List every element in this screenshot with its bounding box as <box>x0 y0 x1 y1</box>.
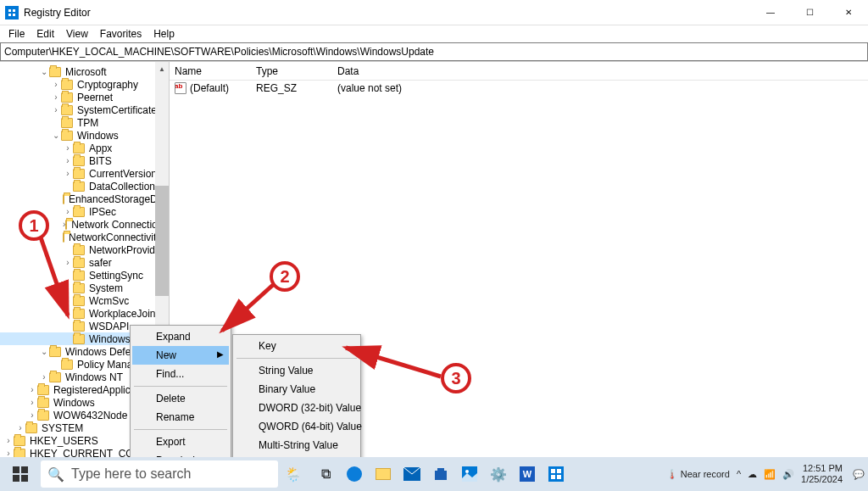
folder-icon <box>49 372 61 382</box>
tree-item-safer[interactable]: ›safer <box>0 256 169 269</box>
ctx-rename[interactable]: Rename <box>132 408 229 427</box>
expand-toggle-icon[interactable]: › <box>27 385 37 394</box>
mail-icon[interactable] <box>400 462 424 486</box>
volume-icon[interactable]: 🔊 <box>782 469 794 480</box>
folder-icon <box>37 385 49 395</box>
scroll-thumb[interactable] <box>155 186 169 296</box>
ctx-delete[interactable]: Delete <box>132 389 229 408</box>
tree-item-workplacejoin[interactable]: WorkplaceJoin <box>0 307 169 320</box>
address-bar[interactable]: Computer\HKEY_LOCAL_MACHINE\SOFTWARE\Pol… <box>0 42 868 61</box>
tray-chevron-icon[interactable]: ^ <box>737 469 741 479</box>
col-name[interactable]: Name <box>170 65 251 77</box>
photos-icon[interactable] <box>458 462 481 486</box>
svg-rect-8 <box>13 466 19 473</box>
expand-toggle-icon[interactable]: › <box>51 80 61 89</box>
expand-toggle-icon[interactable]: ⌄ <box>39 67 49 76</box>
menu-help[interactable]: Help <box>148 26 180 42</box>
svg-rect-0 <box>7 8 17 18</box>
clock[interactable]: 12:51 PM 1/25/2024 <box>801 463 843 485</box>
expand-toggle-icon[interactable]: › <box>27 410 37 420</box>
svg-rect-21 <box>551 469 555 473</box>
ctx-separator <box>236 358 357 359</box>
expand-toggle-icon[interactable]: › <box>63 258 73 267</box>
folder-icon <box>73 283 85 293</box>
edge-icon[interactable] <box>342 462 366 486</box>
tree-item-label: SystemCertificates <box>75 104 164 116</box>
tree-item-windows[interactable]: ⌄Windows <box>0 129 169 142</box>
expand-toggle-icon[interactable]: ⌄ <box>39 347 49 356</box>
expand-toggle-icon[interactable]: › <box>63 296 73 305</box>
ctx-find[interactable]: Find... <box>132 365 229 383</box>
folder-icon <box>49 67 61 77</box>
expand-toggle-icon[interactable]: › <box>63 156 73 165</box>
task-view-icon[interactable]: ⧉ <box>314 462 337 486</box>
expand-toggle-icon[interactable]: › <box>63 143 73 153</box>
word-icon[interactable]: W <box>515 462 539 486</box>
ctx-new-key[interactable]: Key <box>235 337 359 355</box>
tree-item-networkprovider[interactable]: NetworkProvider <box>0 243 169 256</box>
ctx-new[interactable]: New▶ <box>132 346 229 365</box>
expand-toggle-icon[interactable]: › <box>51 92 61 102</box>
folder-icon <box>61 360 73 370</box>
expand-toggle-icon[interactable]: › <box>63 169 73 178</box>
minimize-button[interactable]: — <box>751 0 790 25</box>
scroll-up-button[interactable]: ▲ <box>155 62 169 75</box>
expand-toggle-icon[interactable]: ⌄ <box>51 131 61 140</box>
value-data: (value not set) <box>332 82 502 94</box>
col-type[interactable]: Type <box>251 65 332 77</box>
menu-edit[interactable]: Edit <box>31 26 59 42</box>
settings-icon[interactable]: ⚙️ <box>487 462 510 486</box>
close-button[interactable]: ✕ <box>829 0 868 25</box>
tree-item-cryptography[interactable]: ›Cryptography <box>0 78 169 91</box>
tree-item-wcmsvc[interactable]: ›WcmSvc <box>0 294 169 307</box>
ctx-new-binary[interactable]: Binary Value <box>235 380 359 399</box>
weather-widget[interactable]: 🌡️ Near record <box>666 469 730 480</box>
tree-item-label: WOW6432Node <box>52 410 129 421</box>
tree-item-bits[interactable]: ›BITS <box>0 154 169 167</box>
tree-item-tpm[interactable]: TPM <box>0 116 169 129</box>
list-row[interactable]: (Default) REG_SZ (value not set) <box>170 81 868 96</box>
tree-item-microsoft[interactable]: ⌄Microsoft <box>0 65 169 78</box>
tree-item-system[interactable]: System <box>0 282 169 294</box>
annotation-step-3: 3 <box>441 363 471 393</box>
ctx-new-qword[interactable]: QWORD (64-bit) Value <box>235 417 359 436</box>
tree-item-enhancedstoragedevices[interactable]: EnhancedStorageDevices <box>0 192 169 205</box>
expand-toggle-icon[interactable]: › <box>27 398 37 407</box>
menu-file[interactable]: File <box>3 26 30 42</box>
tree-item-currentversion[interactable]: ›CurrentVersion <box>0 167 169 180</box>
svg-text:W: W <box>523 469 532 479</box>
widgets-icon[interactable]: 🌦️ <box>281 462 305 486</box>
maximize-button[interactable]: ☐ <box>790 0 829 25</box>
ctx-expand[interactable]: Expand <box>132 327 229 346</box>
ctx-new-string[interactable]: String Value <box>235 361 359 380</box>
onedrive-icon[interactable]: ☁ <box>748 469 757 480</box>
start-button[interactable] <box>3 460 37 488</box>
taskbar-search[interactable]: 🔍 Type here to search <box>41 460 278 488</box>
expand-toggle-icon[interactable]: › <box>15 423 25 432</box>
folder-icon <box>25 423 37 433</box>
store-icon[interactable] <box>429 462 453 486</box>
tree-item-peernet[interactable]: ›Peernet <box>0 91 169 103</box>
expand-toggle-icon[interactable]: › <box>51 105 61 114</box>
folder-icon <box>73 271 85 281</box>
ctx-export[interactable]: Export <box>132 432 229 451</box>
ctx-new-multistring[interactable]: Multi-String Value <box>235 436 359 455</box>
folder-icon <box>73 169 85 179</box>
tree-item-settingsync[interactable]: SettingSync <box>0 269 169 282</box>
tree-item-label: HKEY_USERS <box>28 435 100 447</box>
expand-toggle-icon[interactable]: › <box>3 436 14 445</box>
expand-toggle-icon[interactable]: › <box>3 449 14 457</box>
regedit-icon[interactable] <box>544 462 568 486</box>
notifications-icon[interactable]: 💬 <box>853 469 865 480</box>
col-data[interactable]: Data <box>332 65 502 77</box>
ctx-new-dword[interactable]: DWORD (32-bit) Value <box>235 399 359 417</box>
menu-favorites[interactable]: Favorites <box>95 26 147 42</box>
explorer-icon[interactable] <box>371 462 395 486</box>
tree-item-appx[interactable]: ›Appx <box>0 142 169 154</box>
tree-item-systemcertificates[interactable]: ›SystemCertificates <box>0 103 169 116</box>
expand-toggle-icon[interactable]: › <box>63 207 73 216</box>
expand-toggle-icon[interactable]: › <box>39 372 49 382</box>
tree-item-datacollection[interactable]: DataCollection <box>0 180 169 192</box>
network-icon[interactable]: 📶 <box>764 469 776 480</box>
menu-view[interactable]: View <box>61 26 93 42</box>
